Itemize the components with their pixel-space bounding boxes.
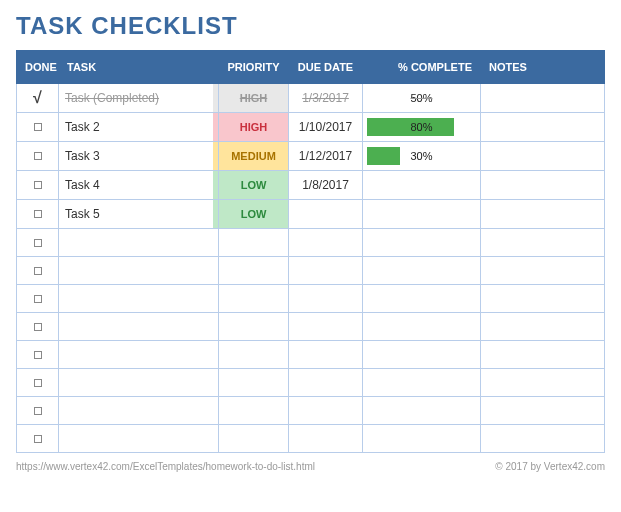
done-cell[interactable] — [17, 229, 59, 257]
table-row — [17, 285, 605, 313]
task-cell[interactable]: Task 3 — [59, 142, 219, 171]
pct-cell[interactable] — [363, 341, 481, 369]
notes-cell[interactable] — [481, 257, 605, 285]
priority-cell[interactable] — [219, 425, 289, 453]
footer: https://www.vertex42.com/ExcelTemplates/… — [16, 461, 605, 472]
notes-cell[interactable] — [481, 369, 605, 397]
notes-cell[interactable] — [481, 113, 605, 142]
checkbox-icon — [34, 379, 42, 387]
notes-cell[interactable] — [481, 341, 605, 369]
task-cell[interactable] — [59, 397, 219, 425]
due-cell[interactable] — [289, 313, 363, 341]
priority-badge: LOW — [213, 200, 294, 228]
task-cell[interactable] — [59, 369, 219, 397]
priority-cell[interactable]: HIGH — [219, 113, 289, 142]
due-cell[interactable] — [289, 425, 363, 453]
pct-cell[interactable] — [363, 171, 481, 200]
priority-cell[interactable] — [219, 285, 289, 313]
progress-label: 80% — [367, 121, 476, 133]
task-cell[interactable]: Task 4 — [59, 171, 219, 200]
priority-cell[interactable]: MEDIUM — [219, 142, 289, 171]
priority-cell[interactable] — [219, 229, 289, 257]
done-cell[interactable] — [17, 341, 59, 369]
due-cell[interactable]: 1/10/2017 — [289, 113, 363, 142]
due-cell[interactable]: 1/8/2017 — [289, 171, 363, 200]
pct-cell[interactable] — [363, 257, 481, 285]
pct-cell[interactable] — [363, 369, 481, 397]
priority-cell[interactable] — [219, 341, 289, 369]
progress-label: 30% — [367, 150, 476, 162]
done-cell[interactable] — [17, 369, 59, 397]
due-cell[interactable]: 1/3/2017 — [289, 84, 363, 113]
footer-link[interactable]: https://www.vertex42.com/ExcelTemplates/… — [16, 461, 315, 472]
notes-cell[interactable] — [481, 171, 605, 200]
progress-wrap: 50% — [367, 89, 476, 107]
pct-cell[interactable] — [363, 200, 481, 229]
due-cell[interactable] — [289, 397, 363, 425]
task-cell[interactable]: Task (Completed) — [59, 84, 219, 113]
col-priority: PRIORITY — [219, 51, 289, 84]
pct-cell[interactable] — [363, 425, 481, 453]
task-cell[interactable] — [59, 257, 219, 285]
pct-cell[interactable]: 50% — [363, 84, 481, 113]
page-title: TASK CHECKLIST — [16, 12, 605, 40]
notes-cell[interactable] — [481, 229, 605, 257]
table-row: Task 2HIGH1/10/201780% — [17, 113, 605, 142]
priority-cell[interactable] — [219, 397, 289, 425]
pct-cell[interactable] — [363, 285, 481, 313]
notes-cell[interactable] — [481, 313, 605, 341]
priority-cell[interactable] — [219, 369, 289, 397]
done-cell[interactable] — [17, 397, 59, 425]
task-cell[interactable] — [59, 229, 219, 257]
pct-cell[interactable] — [363, 397, 481, 425]
checkbox-icon — [34, 323, 42, 331]
done-cell[interactable] — [17, 142, 59, 171]
done-cell[interactable] — [17, 425, 59, 453]
task-cell[interactable]: Task 2 — [59, 113, 219, 142]
done-cell[interactable] — [17, 113, 59, 142]
table-row: Task 3MEDIUM1/12/201730% — [17, 142, 605, 171]
pct-cell[interactable]: 30% — [363, 142, 481, 171]
col-task: TASK — [59, 51, 219, 84]
done-cell[interactable] — [17, 200, 59, 229]
done-cell[interactable] — [17, 171, 59, 200]
notes-cell[interactable] — [481, 397, 605, 425]
task-cell[interactable] — [59, 313, 219, 341]
due-cell[interactable] — [289, 257, 363, 285]
due-cell[interactable] — [289, 341, 363, 369]
priority-cell[interactable] — [219, 313, 289, 341]
col-pct: % COMPLETE — [363, 51, 481, 84]
notes-cell[interactable] — [481, 142, 605, 171]
priority-cell[interactable] — [219, 257, 289, 285]
due-cell[interactable] — [289, 285, 363, 313]
done-cell[interactable] — [17, 285, 59, 313]
notes-cell[interactable] — [481, 425, 605, 453]
task-cell[interactable] — [59, 341, 219, 369]
due-cell[interactable]: 1/12/2017 — [289, 142, 363, 171]
table-row — [17, 313, 605, 341]
done-cell[interactable]: √ — [17, 84, 59, 113]
task-cell[interactable] — [59, 285, 219, 313]
pct-cell[interactable]: 80% — [363, 113, 481, 142]
priority-badge: LOW — [213, 171, 294, 199]
notes-cell[interactable] — [481, 200, 605, 229]
done-cell[interactable] — [17, 313, 59, 341]
notes-cell[interactable] — [481, 285, 605, 313]
pct-cell[interactable] — [363, 229, 481, 257]
due-cell[interactable] — [289, 229, 363, 257]
task-cell[interactable] — [59, 425, 219, 453]
col-done: DONE — [17, 51, 59, 84]
checkbox-icon — [34, 435, 42, 443]
due-cell[interactable] — [289, 200, 363, 229]
priority-cell[interactable]: HIGH — [219, 84, 289, 113]
checkbox-icon — [34, 407, 42, 415]
priority-cell[interactable]: LOW — [219, 200, 289, 229]
priority-cell[interactable]: LOW — [219, 171, 289, 200]
pct-cell[interactable] — [363, 313, 481, 341]
task-cell[interactable]: Task 5 — [59, 200, 219, 229]
col-notes: NOTES — [481, 51, 605, 84]
notes-cell[interactable] — [481, 84, 605, 113]
priority-badge: HIGH — [213, 84, 294, 112]
done-cell[interactable] — [17, 257, 59, 285]
due-cell[interactable] — [289, 369, 363, 397]
